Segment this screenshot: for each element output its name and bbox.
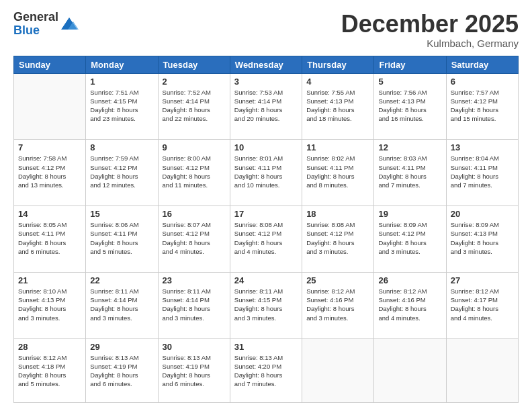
day-info: Sunrise: 7:57 AM Sunset: 4:12 PM Dayligh… (451, 88, 514, 124)
day-info: Sunrise: 8:11 AM Sunset: 4:14 PM Dayligh… (163, 287, 226, 322)
day-number: 9 (163, 142, 226, 152)
day-number: 27 (451, 275, 514, 285)
day-number: 29 (90, 342, 153, 352)
day-number: 3 (234, 77, 298, 87)
day-number: 2 (163, 77, 226, 87)
calendar-cell: 1Sunrise: 7:51 AM Sunset: 4:15 PM Daylig… (86, 73, 158, 140)
title-block: December 2025 Kulmbach, Germany (341, 11, 519, 49)
calendar-cell (446, 338, 518, 402)
calendar-cell: 13Sunrise: 8:04 AM Sunset: 4:11 PM Dayli… (446, 140, 518, 206)
day-number: 25 (306, 275, 369, 285)
day-header-saturday: Saturday (446, 56, 518, 73)
day-header-tuesday: Tuesday (158, 56, 230, 73)
day-number: 11 (306, 142, 369, 152)
day-info: Sunrise: 8:11 AM Sunset: 4:15 PM Dayligh… (234, 287, 298, 322)
day-info: Sunrise: 8:09 AM Sunset: 4:13 PM Dayligh… (451, 220, 514, 256)
week-row-2: 7Sunrise: 7:58 AM Sunset: 4:12 PM Daylig… (14, 140, 519, 206)
calendar-cell: 29Sunrise: 8:13 AM Sunset: 4:19 PM Dayli… (86, 338, 158, 402)
day-info: Sunrise: 8:02 AM Sunset: 4:11 PM Dayligh… (306, 154, 369, 189)
calendar-cell: 9Sunrise: 8:00 AM Sunset: 4:12 PM Daylig… (158, 140, 230, 206)
calendar: SundayMondayTuesdayWednesdayThursdayFrid… (13, 56, 519, 403)
week-row-5: 28Sunrise: 8:12 AM Sunset: 4:18 PM Dayli… (14, 338, 519, 402)
day-info: Sunrise: 8:06 AM Sunset: 4:11 PM Dayligh… (90, 220, 153, 256)
day-info: Sunrise: 7:52 AM Sunset: 4:14 PM Dayligh… (163, 88, 226, 124)
calendar-cell: 28Sunrise: 8:12 AM Sunset: 4:18 PM Dayli… (14, 338, 86, 402)
day-info: Sunrise: 7:56 AM Sunset: 4:13 PM Dayligh… (378, 88, 441, 124)
day-info: Sunrise: 8:13 AM Sunset: 4:20 PM Dayligh… (234, 353, 298, 389)
header: General Blue December 2025 Kulmbach, Ger… (13, 11, 519, 49)
calendar-cell: 7Sunrise: 7:58 AM Sunset: 4:12 PM Daylig… (14, 140, 86, 206)
day-info: Sunrise: 8:13 AM Sunset: 4:19 PM Dayligh… (90, 353, 153, 389)
day-info: Sunrise: 7:51 AM Sunset: 4:15 PM Dayligh… (90, 88, 153, 124)
day-info: Sunrise: 8:07 AM Sunset: 4:12 PM Dayligh… (163, 220, 226, 256)
calendar-cell: 8Sunrise: 7:59 AM Sunset: 4:12 PM Daylig… (86, 140, 158, 206)
day-info: Sunrise: 8:12 AM Sunset: 4:16 PM Dayligh… (378, 287, 441, 322)
calendar-cell: 18Sunrise: 8:08 AM Sunset: 4:12 PM Dayli… (302, 206, 374, 273)
day-info: Sunrise: 8:12 AM Sunset: 4:18 PM Dayligh… (18, 353, 81, 389)
day-number: 7 (18, 142, 81, 152)
day-info: Sunrise: 8:04 AM Sunset: 4:11 PM Dayligh… (451, 154, 514, 189)
day-info: Sunrise: 8:12 AM Sunset: 4:16 PM Dayligh… (306, 287, 369, 322)
calendar-cell: 3Sunrise: 7:53 AM Sunset: 4:14 PM Daylig… (230, 73, 302, 140)
day-number: 30 (163, 342, 226, 352)
calendar-cell: 4Sunrise: 7:55 AM Sunset: 4:13 PM Daylig… (302, 73, 374, 140)
day-info: Sunrise: 7:53 AM Sunset: 4:14 PM Dayligh… (234, 88, 298, 124)
day-info: Sunrise: 8:03 AM Sunset: 4:11 PM Dayligh… (378, 154, 441, 189)
page: General Blue December 2025 Kulmbach, Ger… (0, 0, 532, 411)
day-info: Sunrise: 8:09 AM Sunset: 4:12 PM Dayligh… (378, 220, 441, 256)
logo-icon (60, 15, 79, 34)
day-number: 21 (18, 275, 81, 285)
day-number: 6 (451, 77, 514, 87)
day-number: 15 (90, 209, 153, 219)
calendar-cell: 26Sunrise: 8:12 AM Sunset: 4:16 PM Dayli… (374, 272, 446, 338)
day-number: 28 (18, 342, 81, 352)
calendar-cell: 20Sunrise: 8:09 AM Sunset: 4:13 PM Dayli… (446, 206, 518, 273)
location: Kulmbach, Germany (341, 38, 519, 49)
calendar-cell: 23Sunrise: 8:11 AM Sunset: 4:14 PM Dayli… (158, 272, 230, 338)
day-number: 22 (90, 275, 153, 285)
day-header-sunday: Sunday (14, 56, 86, 73)
calendar-cell (374, 338, 446, 402)
day-info: Sunrise: 8:01 AM Sunset: 4:11 PM Dayligh… (234, 154, 298, 189)
day-info: Sunrise: 8:05 AM Sunset: 4:11 PM Dayligh… (18, 220, 81, 256)
week-row-4: 21Sunrise: 8:10 AM Sunset: 4:13 PM Dayli… (14, 272, 519, 338)
calendar-cell (14, 73, 86, 140)
day-number: 4 (306, 77, 369, 87)
day-number: 24 (234, 275, 298, 285)
day-number: 20 (451, 209, 514, 219)
header-row: SundayMondayTuesdayWednesdayThursdayFrid… (14, 56, 519, 73)
day-number: 13 (451, 142, 514, 152)
calendar-cell (302, 338, 374, 402)
day-number: 12 (378, 142, 441, 152)
logo-text: General Blue (13, 11, 58, 38)
calendar-cell: 30Sunrise: 8:13 AM Sunset: 4:19 PM Dayli… (158, 338, 230, 402)
day-number: 8 (90, 142, 153, 152)
logo: General Blue (13, 11, 79, 38)
calendar-cell: 21Sunrise: 8:10 AM Sunset: 4:13 PM Dayli… (14, 272, 86, 338)
day-info: Sunrise: 8:08 AM Sunset: 4:12 PM Dayligh… (234, 220, 298, 256)
day-info: Sunrise: 8:10 AM Sunset: 4:13 PM Dayligh… (18, 287, 81, 322)
week-row-1: 1Sunrise: 7:51 AM Sunset: 4:15 PM Daylig… (14, 73, 519, 140)
day-number: 19 (378, 209, 441, 219)
calendar-cell: 14Sunrise: 8:05 AM Sunset: 4:11 PM Dayli… (14, 206, 86, 273)
day-number: 16 (163, 209, 226, 219)
day-header-friday: Friday (374, 56, 446, 73)
day-info: Sunrise: 8:11 AM Sunset: 4:14 PM Dayligh… (90, 287, 153, 322)
week-row-3: 14Sunrise: 8:05 AM Sunset: 4:11 PM Dayli… (14, 206, 519, 273)
day-number: 10 (234, 142, 298, 152)
logo-general: General (13, 11, 58, 24)
day-number: 31 (234, 342, 298, 352)
day-number: 23 (163, 275, 226, 285)
calendar-cell: 24Sunrise: 8:11 AM Sunset: 4:15 PM Dayli… (230, 272, 302, 338)
day-header-thursday: Thursday (302, 56, 374, 73)
calendar-cell: 19Sunrise: 8:09 AM Sunset: 4:12 PM Dayli… (374, 206, 446, 273)
day-number: 14 (18, 209, 81, 219)
calendar-cell: 11Sunrise: 8:02 AM Sunset: 4:11 PM Dayli… (302, 140, 374, 206)
day-info: Sunrise: 8:13 AM Sunset: 4:19 PM Dayligh… (163, 353, 226, 389)
calendar-cell: 5Sunrise: 7:56 AM Sunset: 4:13 PM Daylig… (374, 73, 446, 140)
calendar-cell: 22Sunrise: 8:11 AM Sunset: 4:14 PM Dayli… (86, 272, 158, 338)
day-header-wednesday: Wednesday (230, 56, 302, 73)
logo-blue: Blue (13, 24, 58, 38)
day-number: 18 (306, 209, 369, 219)
day-number: 26 (378, 275, 441, 285)
